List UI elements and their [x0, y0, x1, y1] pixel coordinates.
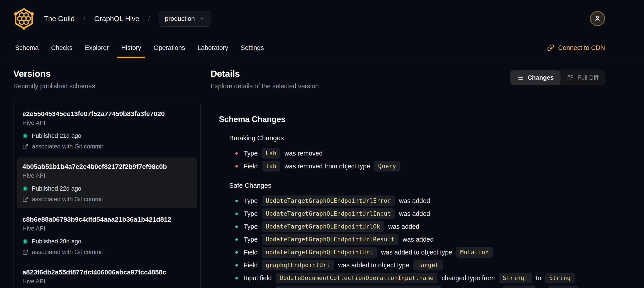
change-row: Input field UpdateDocumentCollectionOper… — [229, 273, 605, 283]
version-hash: a823f6db2a55df877dcf406006abca97fcc4858c — [22, 268, 192, 276]
versions-subtitle: Recently published schemas. — [13, 83, 200, 90]
external-link-icon — [22, 249, 28, 255]
version-list-item[interactable]: a823f6db2a55df877dcf406006abca97fcc4858c… — [17, 263, 197, 288]
change-text: was added — [386, 223, 419, 230]
code-badge: UpdateTargetGraphQLEndpointUrlError — [262, 195, 395, 206]
published-status-dot — [24, 134, 26, 137]
change-text: Type — [244, 236, 260, 243]
version-list-item[interactable]: c8b6e88a06793b9c4dfd54aaa21b36a1b421d812… — [17, 210, 197, 261]
code-badge: UpdateDocumentCollectionOperationInput.n… — [276, 273, 438, 283]
change-row: Input field UpdateDocumentCollectionOper… — [229, 285, 605, 288]
change-row: Type UpdateTargetGraphQLEndpointUrlError… — [229, 195, 605, 206]
tab-bar: SchemaChecksExplorerHistoryOperationsLab… — [0, 37, 644, 58]
user-avatar[interactable] — [590, 11, 605, 26]
change-text: Input field — [244, 287, 274, 288]
tab-settings[interactable]: Settings — [234, 37, 270, 58]
tab-checks[interactable]: Checks — [45, 37, 79, 58]
external-link-icon — [22, 196, 28, 202]
breadcrumb-project[interactable]: GraphQL Hive — [94, 15, 139, 23]
breadcrumb: The Guild / GraphQL Hive / production — [44, 11, 211, 27]
change-row: Type UpdateTargetGraphQLEndpointUrlInput… — [229, 208, 605, 219]
change-text: was added — [401, 236, 434, 243]
full-diff-view-label: Full Diff — [578, 74, 598, 81]
change-text: was added — [397, 197, 430, 205]
details-title: Details — [210, 69, 319, 79]
code-badge: Query — [374, 161, 400, 171]
version-git-row[interactable]: associated with Git commit — [22, 143, 192, 150]
version-hash: c8b6e88a06793b9c4dfd54aaa21b36a1b421d812 — [22, 216, 192, 223]
tab-explorer[interactable]: Explorer — [79, 37, 115, 58]
change-text: Field — [244, 163, 260, 170]
main-content: Versions Recently published schemas. e2e… — [0, 58, 644, 288]
version-published-label: Published 21d ago — [32, 132, 81, 139]
changes-view-button[interactable]: Changes — [510, 70, 560, 85]
breadcrumb-separator: / — [84, 15, 85, 23]
change-list: Type UpdateTargetGraphQLEndpointUrlError… — [229, 195, 605, 288]
change-text: Type — [244, 150, 260, 157]
version-git-label: associated with Git commit — [32, 249, 103, 256]
published-status-dot — [24, 240, 26, 243]
change-text: Input field — [244, 274, 274, 282]
schema-changes-title: Schema Changes — [219, 115, 605, 124]
bulleted-list-icon — [517, 74, 524, 81]
details-subtitle: Explore details of the selected version — [210, 83, 319, 90]
change-text: was added — [397, 210, 430, 217]
change-row: Field graphqlEndpointUrl was added to ob… — [229, 260, 605, 270]
tab-bar-tabs: SchemaChecksExplorerHistoryOperationsLab… — [9, 37, 270, 58]
version-service: Hive API — [22, 120, 192, 126]
connect-cdn-link[interactable]: Connect to CDN — [547, 37, 605, 58]
published-status-dot — [24, 187, 26, 190]
view-toggle-group: Changes Full Diff — [510, 70, 605, 85]
change-text: changed type from — [444, 287, 500, 288]
versions-title: Versions — [13, 69, 200, 79]
change-section-breaking: Breaking ChangesType Lab was removedFiel… — [229, 134, 605, 171]
change-row: Type UpdateTargetGraphQLEndpointUrlOk wa… — [229, 221, 605, 232]
code-badge: UpdateDocumentCollectionOperationInput.q… — [276, 285, 441, 288]
version-git-row[interactable]: associated with Git commit — [22, 249, 192, 256]
version-list-item[interactable]: e2e55045345ce13fe07f52a77459b83fa3fe7020… — [17, 105, 197, 155]
tab-schema[interactable]: Schema — [9, 37, 45, 58]
target-selector[interactable]: production — [159, 11, 211, 27]
tab-operations[interactable]: Operations — [147, 37, 191, 58]
version-git-row[interactable]: associated with Git commit — [22, 196, 192, 203]
hive-logo-icon[interactable] — [12, 7, 36, 30]
version-published-label: Published 22d ago — [32, 185, 81, 192]
details-heading-group: Details Explore details of the selected … — [210, 69, 319, 90]
tab-laboratory[interactable]: Laboratory — [191, 37, 234, 58]
versions-panel: Versions Recently published schemas. e2e… — [13, 69, 200, 288]
change-section-safe: Safe ChangesType UpdateTargetGraphQLEndp… — [229, 182, 605, 288]
code-badge: updateTargetGraphQLEndpointUrl — [262, 247, 377, 258]
breadcrumb-org[interactable]: The Guild — [44, 15, 75, 23]
details-panel: Details Explore details of the selected … — [210, 69, 605, 288]
version-service: Hive API — [22, 278, 192, 285]
version-service: Hive API — [22, 225, 192, 232]
version-git-label: associated with Git commit — [32, 143, 103, 150]
version-service: Hive API — [22, 172, 192, 179]
change-row: Type Lab was removed — [229, 148, 605, 159]
version-list: e2e55045345ce13fe07f52a77459b83fa3fe7020… — [13, 101, 200, 288]
change-row: Field lab was removed from object type Q… — [229, 161, 605, 171]
code-badge: UpdateTargetGraphQLEndpointUrlOk — [262, 221, 384, 232]
change-text: Type — [244, 210, 260, 217]
version-hash: e2e55045345ce13fe07f52a77459b83fa3fe7020 — [22, 110, 192, 118]
person-icon — [594, 15, 602, 23]
schema-changes: Schema Changes Breaking ChangesType Lab … — [219, 115, 605, 288]
tab-history[interactable]: History — [115, 37, 147, 58]
target-selector-value: production — [165, 15, 195, 23]
split-columns-icon — [567, 74, 574, 81]
external-link-icon — [22, 144, 28, 150]
version-published-label: Published 28d ago — [32, 238, 81, 245]
version-list-item[interactable]: 4b05ab51b1b4a7e2e4b0ef82172f2b9f7ef98c0b… — [17, 158, 197, 208]
change-text: was added to object type — [380, 249, 454, 256]
full-diff-view-button[interactable]: Full Diff — [560, 70, 605, 85]
schema-changes-sections: Breaking ChangesType Lab was removedFiel… — [219, 134, 605, 288]
change-text: was added to object type — [336, 261, 411, 269]
code-badge: String! — [502, 285, 536, 288]
code-badge: lab — [262, 161, 280, 171]
change-text: Type — [244, 197, 260, 205]
code-badge: Lab — [262, 148, 280, 159]
change-row: Field updateTargetGraphQLEndpointUrl was… — [229, 247, 605, 258]
version-hash: 4b05ab51b1b4a7e2e4b0ef82172f2b9f7ef98c0b — [22, 163, 192, 170]
details-header: Details Explore details of the selected … — [210, 69, 605, 90]
change-text: was removed from object type — [282, 163, 372, 170]
